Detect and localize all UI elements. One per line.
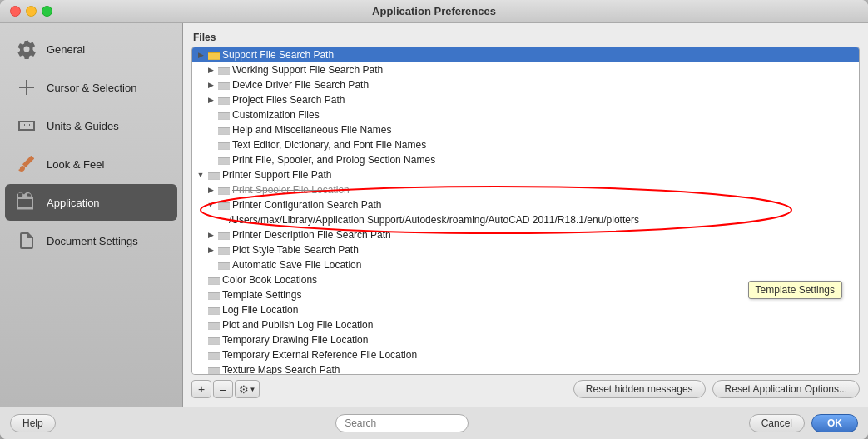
- folder-icon: [218, 260, 230, 270]
- document-icon: [15, 229, 38, 252]
- table-row[interactable]: Plot and Publish Log File Location: [192, 317, 859, 332]
- footer-right: Cancel OK: [749, 414, 858, 432]
- table-row[interactable]: Device Driver File Search Path: [192, 77, 859, 92]
- expander-icon[interactable]: [196, 50, 206, 60]
- main-content: General Cursor & Selection Units & G: [0, 23, 868, 407]
- item-label: Help and Miscellaneous File Names: [232, 124, 391, 136]
- table-row[interactable]: Support File Search Path: [192, 47, 859, 62]
- expander-icon[interactable]: [206, 95, 216, 105]
- file-tree[interactable]: Support File Search Path Working Support…: [191, 47, 860, 375]
- expander-icon[interactable]: [206, 230, 216, 240]
- item-label: Printer Configuration Search Path: [232, 199, 381, 211]
- folder-icon: [208, 275, 220, 285]
- maximize-button[interactable]: [42, 6, 52, 17]
- table-row[interactable]: Automatic Save File Location: [192, 257, 859, 272]
- close-button[interactable]: [10, 6, 21, 17]
- expander-icon: [196, 290, 206, 300]
- table-row[interactable]: Printer Description File Search Path: [192, 227, 859, 242]
- table-row[interactable]: Working Support File Search Path: [192, 62, 859, 77]
- folder-icon: [208, 305, 220, 315]
- gear-icon: ⚙: [239, 383, 249, 396]
- ok-button[interactable]: OK: [811, 414, 858, 432]
- folder-icon: [208, 365, 220, 375]
- table-row[interactable]: Temporary Drawing File Location: [192, 332, 859, 347]
- footer: Help Cancel OK: [0, 407, 868, 439]
- item-label: Working Support File Search Path: [232, 64, 383, 76]
- table-row[interactable]: Project Files Search Path: [192, 92, 859, 107]
- sidebar-item-units-guides[interactable]: Units & Guides: [5, 107, 177, 144]
- expander-icon[interactable]: [206, 245, 216, 255]
- remove-button[interactable]: –: [213, 380, 233, 398]
- expander-icon[interactable]: [206, 185, 216, 195]
- help-button[interactable]: Help: [10, 414, 56, 432]
- table-row[interactable]: Customization Files: [192, 107, 859, 122]
- expander-icon[interactable]: [206, 80, 216, 90]
- expander-icon: [196, 275, 206, 285]
- search-input[interactable]: [335, 414, 469, 432]
- sidebar-document-label: Document Settings: [47, 235, 138, 247]
- item-label: Color Book Locations: [222, 274, 317, 286]
- sidebar-general-label: General: [47, 43, 85, 56]
- sidebar-cursor-label: Cursor & Selection: [47, 82, 136, 94]
- sidebar-item-look-feel[interactable]: Look & Feel: [5, 146, 177, 182]
- expander-icon[interactable]: [206, 200, 216, 210]
- paintbrush-icon: [15, 152, 38, 176]
- minimize-button[interactable]: [26, 6, 37, 17]
- table-row[interactable]: Text Editor, Dictionary, and Font File N…: [192, 137, 859, 152]
- folder-icon: [208, 50, 220, 60]
- gear-dropdown-button[interactable]: ⚙ ▼: [235, 380, 260, 398]
- folder-icon: [218, 230, 230, 240]
- folder-icon: [218, 65, 230, 75]
- application-icon: [15, 191, 38, 214]
- expander-icon[interactable]: [206, 65, 216, 75]
- table-row[interactable]: Color Book Locations: [192, 272, 859, 287]
- table-row[interactable]: Printer Support File Path: [192, 167, 859, 182]
- sidebar-item-cursor-selection[interactable]: Cursor & Selection: [5, 69, 177, 106]
- table-row[interactable]: Help and Miscellaneous File Names: [192, 122, 859, 137]
- item-label: Texture Maps Search Path: [222, 364, 340, 375]
- add-button[interactable]: +: [191, 380, 211, 398]
- table-row[interactable]: Template Settings: [192, 287, 859, 302]
- sidebar: General Cursor & Selection Units & G: [0, 23, 183, 407]
- sidebar-application-label: Application: [47, 197, 100, 209]
- expander-icon: [206, 140, 216, 150]
- item-label: Plot and Publish Log File Location: [222, 319, 373, 331]
- table-row[interactable]: Print Spooler File Location: [192, 182, 859, 197]
- item-label: Device Driver File Search Path: [232, 79, 369, 91]
- sidebar-item-application[interactable]: Application: [5, 184, 177, 221]
- folder-icon: [218, 185, 230, 195]
- table-row[interactable]: Temporary External Reference File Locati…: [192, 347, 859, 362]
- item-label: Template Settings: [222, 289, 301, 301]
- table-row[interactable]: /Users/max/Library/Application Support/A…: [192, 212, 859, 227]
- folder-icon: [218, 95, 230, 105]
- remove-icon: –: [220, 382, 226, 396]
- sidebar-item-general[interactable]: General: [5, 31, 177, 67]
- gear-icon: [15, 37, 38, 61]
- item-label: Plot Style Table Search Path: [232, 244, 359, 256]
- item-label: Temporary External Reference File Locati…: [222, 349, 417, 361]
- item-label: Project Files Search Path: [232, 94, 345, 106]
- expander-icon: [206, 110, 216, 120]
- folder-icon: [218, 80, 230, 90]
- sidebar-item-document-settings[interactable]: Document Settings: [5, 222, 177, 259]
- item-label: Log File Location: [222, 304, 298, 316]
- item-label: Printer Support File Path: [222, 169, 331, 181]
- table-row[interactable]: Texture Maps Search Path: [192, 362, 859, 375]
- files-section-label: Files: [191, 32, 860, 43]
- action-buttons: Reset hidden messages Reset Application …: [573, 380, 860, 398]
- table-row[interactable]: Log File Location: [192, 302, 859, 317]
- cancel-button[interactable]: Cancel: [749, 414, 805, 432]
- folder-icon: [208, 290, 220, 300]
- expander-icon[interactable]: [196, 170, 206, 180]
- table-row[interactable]: Plot Style Table Search Path: [192, 242, 859, 257]
- folder-icon: [218, 110, 230, 120]
- folder-icon: [208, 320, 220, 330]
- table-row[interactable]: Print File, Spooler, and Prolog Section …: [192, 152, 859, 167]
- titlebar: Application Preferences: [0, 0, 868, 23]
- reset-hidden-messages-button[interactable]: Reset hidden messages: [573, 380, 706, 398]
- reset-application-options-button[interactable]: Reset Application Options...: [712, 380, 860, 398]
- expander-icon: [196, 365, 206, 375]
- right-panel: Files Support File Search Path Working S…: [183, 23, 868, 407]
- item-label: Support File Search Path: [222, 49, 334, 61]
- table-row[interactable]: Printer Configuration Search Path: [192, 197, 859, 212]
